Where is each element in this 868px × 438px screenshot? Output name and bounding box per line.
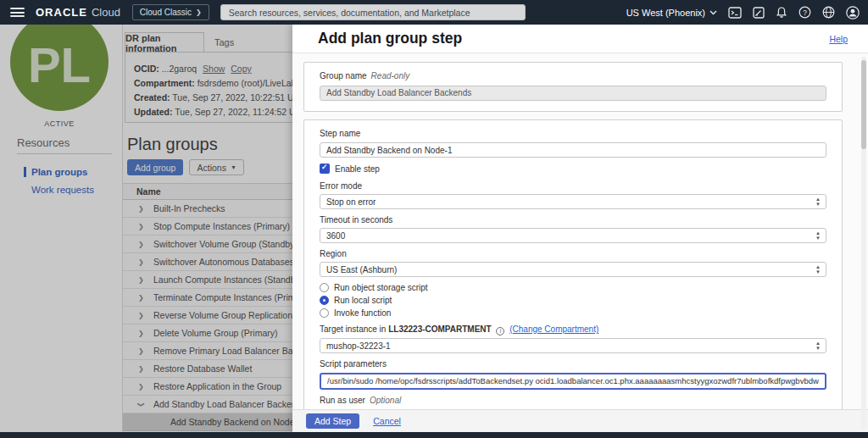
- user-avatar-icon[interactable]: [846, 6, 860, 19]
- ocid-value: ...2garoq: [162, 64, 197, 74]
- status-badge: ACTIVE: [0, 119, 119, 128]
- drawer-scrollbar[interactable]: [861, 57, 866, 430]
- region-select[interactable]: US East (Ashburn) ▲▼: [320, 262, 826, 277]
- table-row[interactable]: Restore Application in the Group: [123, 378, 292, 396]
- cloud-classic-label: Cloud Classic: [140, 8, 192, 17]
- hamburger-menu-icon[interactable]: [10, 8, 25, 17]
- group-name-card: Group nameRead-only: [303, 62, 843, 112]
- region-value: US East (Ashburn): [326, 265, 397, 274]
- language-globe-icon[interactable]: [822, 6, 835, 19]
- chevron-right-icon[interactable]: [138, 330, 153, 337]
- chevron-right-icon[interactable]: [138, 258, 153, 266]
- chevron-right-icon[interactable]: [138, 312, 153, 319]
- radio-unselected-icon[interactable]: [320, 283, 329, 292]
- step-name-input[interactable]: [320, 142, 826, 158]
- table-row[interactable]: Switchover Volume Group (Standby): [123, 236, 292, 253]
- row-label: Add Standby Load Balancer Backends: [153, 399, 292, 409]
- radio-selected-icon[interactable]: [320, 296, 329, 305]
- scrollbar-thumb[interactable]: [861, 60, 866, 149]
- add-plan-group-step-drawer: Add plan group step Help Group nameRead-…: [292, 25, 868, 432]
- chevron-right-icon[interactable]: [138, 365, 153, 373]
- chevron-right-icon[interactable]: [138, 276, 153, 284]
- created-line: Created: Tue, Sep 27, 2022, 10:22:51 UTC: [134, 91, 292, 105]
- timeout-label: Timeout in seconds: [320, 215, 826, 225]
- label-text: Run as user: [320, 396, 365, 405]
- row-label: Remove Primary Load Balancer Backend: [153, 346, 292, 356]
- table-row[interactable]: Remove Primary Load Balancer Backend: [123, 342, 292, 360]
- ocid-line: OCID: ...2garoq Show Copy: [134, 62, 292, 76]
- chevron-down-icon[interactable]: [138, 401, 153, 408]
- add-step-button[interactable]: Add Step: [306, 413, 359, 429]
- error-mode-value: Stop on error: [326, 197, 376, 207]
- chevron-down-icon: [709, 10, 717, 15]
- sidebar-item-plan-groups[interactable]: Plan groups: [24, 167, 87, 177]
- chevron-right-icon[interactable]: [138, 205, 153, 213]
- plan-avatar-initials: PL: [28, 36, 91, 93]
- cloud-shell-icon[interactable]: [728, 7, 742, 19]
- script-parameters-input[interactable]: [320, 373, 826, 390]
- enable-step-toggle[interactable]: Enable step: [320, 164, 826, 174]
- drawer-footer: Add Step Cancel: [292, 409, 868, 432]
- target-instance-select[interactable]: mushop-32223-1 ▲▼: [320, 338, 826, 353]
- chevron-right-icon[interactable]: [138, 294, 153, 302]
- table-row[interactable]: Stop Compute Instances (Primary): [123, 218, 292, 236]
- notifications-bell-icon[interactable]: [776, 6, 787, 19]
- tab-tags[interactable]: Tags: [214, 32, 234, 53]
- run-as-user-field: Run as userOptional: [320, 396, 826, 410]
- chevron-right-icon[interactable]: [138, 347, 153, 355]
- run-as-user-label: Run as userOptional: [320, 396, 826, 406]
- table-row-expanded[interactable]: Add Standby Load Balancer Backends: [123, 396, 292, 413]
- change-compartment-link[interactable]: (Change Compartment): [509, 324, 598, 334]
- page-title: Plan groups: [127, 135, 218, 154]
- tab-dr-plan-information[interactable]: DR plan information: [125, 32, 204, 53]
- region-selector[interactable]: US West (Phoenix): [626, 8, 717, 18]
- drawer-title: Add plan group step: [318, 30, 462, 47]
- timeout-stepper[interactable]: 3600 ▲▼: [320, 228, 826, 243]
- target-instance-label: Target instance in LL32223-COMPARTMENT i…: [320, 324, 826, 335]
- table-row[interactable]: Delete Volume Group (Primary): [123, 324, 292, 342]
- table-row[interactable]: Restore Database Wallet: [123, 360, 292, 378]
- cloud-classic-button[interactable]: Cloud Classic ❯: [132, 4, 209, 20]
- radio-label: Run local script: [334, 296, 392, 305]
- region-label: US West (Phoenix): [626, 8, 705, 18]
- help-link[interactable]: Help: [829, 34, 848, 44]
- show-link[interactable]: Show: [203, 64, 225, 74]
- top-navigation-bar: ORACLE Cloud Cloud Classic ❯ US West (Ph…: [0, 0, 868, 25]
- radio-run-local-script[interactable]: Run local script: [320, 296, 826, 305]
- oracle-cloud-logo[interactable]: ORACLE Cloud: [36, 6, 120, 19]
- compartment-line: Compartment: fsdrsdemo (root)/LiveLabs/L…: [134, 76, 292, 91]
- chevron-right-icon[interactable]: [138, 383, 153, 391]
- table-row[interactable]: Launch Compute Instances (Standby): [123, 271, 292, 289]
- info-icon[interactable]: i: [496, 327, 504, 335]
- step-name-label: Step name: [320, 129, 826, 139]
- error-mode-select[interactable]: Stop on error ▲▼: [320, 194, 826, 209]
- table-row[interactable]: Built-In Prechecks: [123, 200, 292, 218]
- table-row[interactable]: Terminate Compute Instances (Primary): [123, 289, 292, 307]
- table-row[interactable]: Switchover Autonomous Databases (Standby…: [123, 253, 292, 271]
- radio-unselected-icon[interactable]: [320, 308, 329, 318]
- search-input[interactable]: [220, 4, 526, 20]
- chevron-right-icon[interactable]: [138, 223, 153, 230]
- actions-button[interactable]: Actions ▼: [189, 159, 243, 175]
- announcements-icon[interactable]: [753, 7, 765, 19]
- row-label: Built-In Prechecks: [153, 203, 225, 213]
- timeout-value: 3600: [326, 231, 345, 241]
- radio-invoke-function[interactable]: Invoke function: [320, 308, 826, 318]
- select-arrows-icon: ▲▼: [815, 341, 821, 351]
- checkbox-checked-icon[interactable]: [320, 164, 330, 174]
- row-label: Restore Database Wallet: [153, 363, 252, 374]
- copy-link[interactable]: Copy: [231, 64, 252, 74]
- sidebar-item-work-requests[interactable]: Work requests: [24, 185, 94, 195]
- radio-run-object-storage-script[interactable]: Run object storage script: [320, 283, 826, 292]
- number-spinner-icon[interactable]: ▲▼: [815, 230, 821, 241]
- table-row[interactable]: Reverse Volume Group Replication policie…: [123, 307, 292, 324]
- target-instance-field: Target instance in LL32223-COMPARTMENT i…: [320, 324, 826, 353]
- help-icon[interactable]: ?: [798, 6, 811, 19]
- plan-avatar: PL: [10, 25, 108, 111]
- radio-label: Run object storage script: [334, 283, 428, 292]
- table-row-selected-child[interactable]: Add Standby Backend on Node-0: [123, 413, 292, 431]
- add-group-button[interactable]: Add group: [127, 159, 183, 175]
- cancel-link[interactable]: Cancel: [373, 416, 401, 426]
- chevron-right-icon[interactable]: [138, 241, 153, 248]
- enable-step-label: Enable step: [335, 164, 380, 174]
